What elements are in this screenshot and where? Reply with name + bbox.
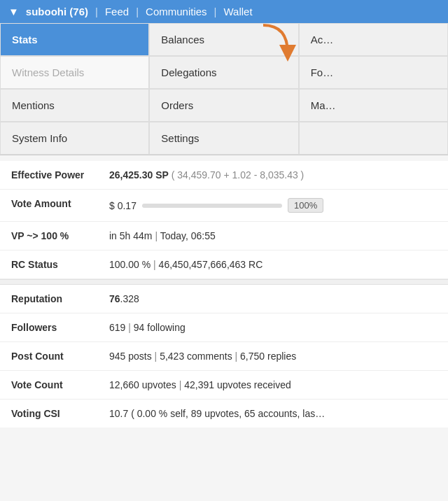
nav-feed[interactable]: Feed — [105, 6, 129, 17]
stat-value-rc: 100.00 % | 46,450,457,666,463 RC — [109, 259, 437, 270]
stat-value-vote-count: 12,660 upvotes | 42,391 upvotes received — [109, 379, 437, 390]
stat-row-rc: RC Status 100.00 % | 46,450,457,666,463 … — [0, 250, 448, 279]
posts-sep2: | — [235, 351, 241, 362]
posts-sep1: | — [155, 351, 160, 362]
menu-delegations[interactable]: Delegations — [149, 56, 298, 89]
separator3: | — [214, 6, 217, 17]
menu-settings[interactable]: Settings — [149, 122, 298, 155]
stat-row-voting-csi: Voting CSI 10.7 ( 0.00 % self, 89 upvote… — [0, 400, 448, 428]
vote-bar — [142, 204, 282, 208]
stat-label-voting-csi: Voting CSI — [11, 408, 109, 419]
stats-table: Effective Power 26,425.30 SP ( 34,459.70… — [0, 161, 448, 428]
username[interactable]: suboohi (76) — [26, 6, 88, 17]
menu-grid: Stats Balances Ac… Witness Details Deleg… — [0, 23, 448, 155]
rc-detail: 46,450,457,666,463 RC — [159, 259, 263, 270]
stat-label-vp: VP ~> 100 % — [11, 230, 109, 241]
stat-row-effective-power: Effective Power 26,425.30 SP ( 34,459.70… — [0, 161, 448, 190]
stat-label-post-count: Post Count — [11, 351, 109, 362]
stat-value-vote-amount: $ 0.17 100% — [109, 198, 437, 213]
top-nav: ▼ suboohi (76) | Feed | Communities | Wa… — [0, 0, 448, 23]
menu-fo[interactable]: Fo… — [299, 56, 448, 89]
vote-bar-container: $ 0.17 100% — [109, 198, 437, 213]
nav-communities[interactable]: Communities — [146, 6, 207, 17]
stat-value-reputation: 76.328 — [109, 293, 437, 304]
menu-system-info[interactable]: System Info — [0, 122, 149, 155]
rc-sep: | — [153, 259, 159, 270]
followers-detail: 94 following — [134, 322, 186, 333]
posts-replies: 6,750 replies — [240, 351, 296, 362]
stat-row-followers: Followers 619 | 94 following — [0, 313, 448, 342]
menu-stats[interactable]: Stats — [0, 23, 149, 56]
stat-row-vote-count: Vote Count 12,660 upvotes | 42,391 upvot… — [0, 371, 448, 400]
stat-label-reputation: Reputation — [11, 293, 109, 304]
ep-detail: ( 34,459.70 + 1.02 - 8,035.43 ) — [172, 169, 304, 181]
vc-detail: 42,391 upvotes received — [184, 379, 291, 390]
vp-detail: Today, 06:55 — [160, 230, 216, 241]
menu-empty — [299, 122, 448, 155]
menu-ac[interactable]: Ac… — [299, 23, 448, 56]
stat-value-vp: in 5h 44m | Today, 06:55 — [109, 230, 437, 241]
stat-row-post-count: Post Count 945 posts | 5,423 comments | … — [0, 342, 448, 371]
stat-value-post-count: 945 posts | 5,423 comments | 6,750 repli… — [109, 351, 437, 362]
dropdown-icon: ▼ — [8, 6, 19, 17]
stat-label-effective-power: Effective Power — [11, 169, 109, 181]
vote-percent: 100% — [288, 198, 323, 213]
stat-row-vp: VP ~> 100 % in 5h 44m | Today, 06:55 — [0, 222, 448, 250]
rep-whole: 76 — [109, 293, 120, 304]
stat-row-vote-amount: Vote Amount $ 0.17 100% — [0, 190, 448, 222]
separator: | — [95, 6, 98, 17]
menu-orders[interactable]: Orders — [149, 89, 298, 122]
separator-bar-1 — [0, 279, 448, 285]
stat-row-reputation: Reputation 76.328 — [0, 285, 448, 313]
followers-sep: | — [128, 322, 134, 333]
menu-balances[interactable]: Balances — [149, 23, 298, 56]
vote-dollar: $ 0.17 — [109, 200, 136, 211]
stat-value-effective-power: 26,425.30 SP ( 34,459.70 + 1.02 - 8,035.… — [109, 169, 437, 181]
menu-witness-details: Witness Details — [0, 56, 149, 89]
stat-value-voting-csi: 10.7 ( 0.00 % self, 89 upvotes, 65 accou… — [109, 408, 437, 419]
separator2: | — [136, 6, 139, 17]
menu-mentions[interactable]: Mentions — [0, 89, 149, 122]
posts-comments: 5,423 comments — [160, 351, 232, 362]
ep-value: 26,425.30 SP — [109, 169, 169, 181]
menu-ma[interactable]: Ma… — [299, 89, 448, 122]
stat-label-rc: RC Status — [11, 259, 109, 270]
stat-value-followers: 619 | 94 following — [109, 322, 437, 333]
stat-label-followers: Followers — [11, 322, 109, 333]
stat-label-vote-amount: Vote Amount — [11, 198, 109, 209]
nav-wallet[interactable]: Wallet — [223, 6, 252, 17]
stat-label-vote-count: Vote Count — [11, 379, 109, 390]
rep-decimal: .328 — [120, 293, 139, 304]
vp-sep: | — [155, 230, 160, 241]
